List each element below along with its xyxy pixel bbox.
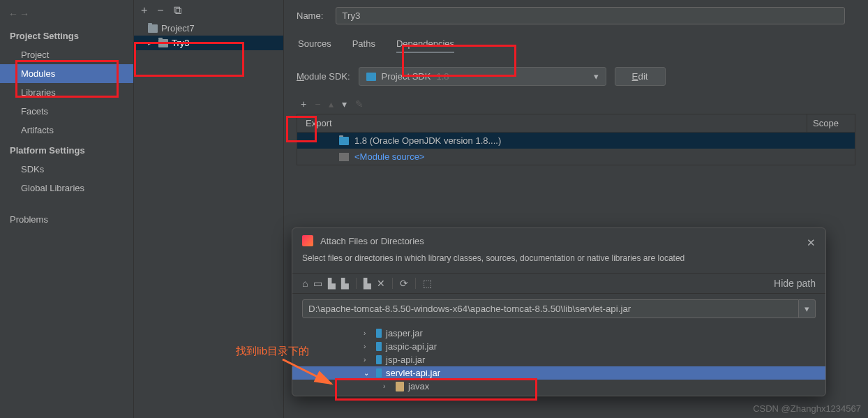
folder-icon	[158, 39, 168, 47]
dep-up-icon[interactable]: ▴	[329, 98, 334, 110]
dep-add-icon[interactable]: +	[301, 98, 306, 110]
folder-icon	[148, 24, 158, 33]
desktop-icon[interactable]: ▭	[313, 278, 322, 289]
delete-icon[interactable]: ✕	[377, 278, 385, 289]
project-icon[interactable]: ▙	[328, 278, 336, 289]
dialog-description: Select files or directories in which lib…	[292, 253, 825, 273]
tree-remove-icon[interactable]: −	[157, 4, 163, 17]
sdk-dropdown[interactable]: Project SDK 1.8	[359, 67, 606, 86]
source-folder-icon	[339, 153, 349, 161]
app-icon	[302, 235, 313, 246]
col-scope: Scope	[807, 114, 855, 132]
name-input[interactable]	[336, 7, 845, 24]
module-sdk-label: Module SDK:	[297, 71, 350, 82]
jar-icon	[376, 329, 382, 338]
home-icon[interactable]: ⌂	[302, 278, 308, 289]
nav-back-icon[interactable]: ←	[8, 8, 18, 20]
watermark: CSDN @Zhanghx1234567	[753, 403, 861, 414]
sidebar-item-problems[interactable]: Problems	[0, 210, 133, 229]
tree-item-try3[interactable]: ▸ Try3	[134, 36, 283, 50]
file-label: jasper.jar	[386, 328, 423, 338]
new-folder-icon[interactable]: ▙	[364, 278, 371, 289]
chevron-right-icon[interactable]: ▸	[148, 39, 155, 47]
sdk-folder-icon	[366, 73, 376, 81]
tree-item-project7[interactable]: Project7	[134, 21, 283, 36]
path-input[interactable]	[302, 299, 799, 318]
dep-row-module-source[interactable]: <Module source>	[297, 149, 855, 165]
file-label: jaspic-api.jar	[386, 341, 437, 352]
jar-icon	[376, 342, 382, 351]
chevron-down-icon[interactable]: ⌄	[364, 369, 372, 377]
name-label: Name:	[297, 10, 323, 21]
file-item-selected[interactable]: ⌄ servlet-api.jar	[292, 366, 825, 380]
file-label: javax	[408, 381, 429, 391]
file-label: servlet-api.jar	[386, 368, 440, 378]
dep-edit-icon[interactable]: ✎	[355, 98, 364, 110]
annotation-text: 找到lib目录下的	[236, 345, 309, 358]
section-platform-settings: Platform Settings	[0, 140, 133, 160]
sidebar-item-global-libraries[interactable]: Global Libraries	[0, 179, 133, 197]
file-item[interactable]: › javax	[292, 380, 825, 393]
sidebar-item-modules[interactable]: Modules	[0, 64, 133, 83]
dependency-table: Export Scope 1.8 (Oracle OpenJDK version…	[297, 114, 855, 165]
tree-copy-icon[interactable]: ⧉	[174, 4, 181, 17]
sidebar-item-facets[interactable]: Facets	[0, 102, 133, 121]
module-icon[interactable]: ▙	[341, 278, 349, 289]
file-item[interactable]: › jsp-api.jar	[292, 353, 825, 366]
dep-remove-icon[interactable]: −	[315, 98, 320, 110]
tree-label: Project7	[161, 23, 195, 33]
tab-dependencies[interactable]: Dependencies	[396, 38, 454, 53]
chevron-right-icon[interactable]: ›	[364, 343, 372, 350]
path-dropdown-button[interactable]: ▾	[799, 299, 816, 318]
dep-label: 1.8 (Oracle OpenJDK version 1.8....)	[354, 135, 501, 146]
file-item[interactable]: › jaspic-api.jar	[292, 340, 825, 353]
chevron-right-icon[interactable]: ›	[364, 356, 372, 364]
tree-label: Try3	[172, 38, 190, 48]
hide-path-link[interactable]: Hide path	[774, 278, 816, 289]
jar-icon	[376, 368, 382, 378]
sidebar-item-artifacts[interactable]: Artifacts	[0, 121, 133, 140]
chevron-right-icon[interactable]: ›	[383, 382, 391, 390]
show-hidden-icon[interactable]: ⬚	[423, 278, 432, 289]
sidebar: ← → Project Settings Project Modules Lib…	[0, 0, 134, 418]
col-export: Export	[297, 114, 807, 132]
sidebar-item-sdks[interactable]: SDKs	[0, 160, 133, 179]
tree-add-icon[interactable]: +	[141, 4, 147, 17]
dep-row-jdk[interactable]: 1.8 (Oracle OpenJDK version 1.8....)	[297, 133, 855, 149]
attach-files-dialog: Attach Files or Directories ✕ Select fil…	[292, 227, 826, 396]
jdk-icon	[339, 137, 349, 145]
dialog-title: Attach Files or Directories	[320, 236, 424, 246]
nav-forward-icon[interactable]: →	[20, 8, 29, 20]
file-label: jsp-api.jar	[386, 354, 425, 365]
tab-sources[interactable]: Sources	[298, 38, 331, 53]
package-icon	[396, 382, 404, 391]
dep-down-icon[interactable]: ▾	[342, 98, 347, 110]
file-tree: › jasper.jar › jaspic-api.jar › jsp-api.…	[292, 324, 825, 396]
refresh-icon[interactable]: ⟳	[400, 278, 408, 289]
sidebar-item-project[interactable]: Project	[0, 45, 133, 64]
close-icon[interactable]: ✕	[807, 237, 816, 249]
sidebar-item-libraries[interactable]: Libraries	[0, 83, 133, 102]
sdk-version: 1.8	[436, 71, 449, 82]
section-project-settings: Project Settings	[0, 25, 133, 45]
chevron-right-icon[interactable]: ›	[364, 329, 372, 337]
edit-button[interactable]: Edit	[615, 67, 666, 86]
file-item[interactable]: › jasper.jar	[292, 327, 825, 340]
tab-paths[interactable]: Paths	[352, 38, 375, 53]
sdk-name: Project SDK	[382, 71, 431, 82]
dep-label: <Module source>	[354, 151, 424, 162]
jar-icon	[376, 355, 382, 364]
